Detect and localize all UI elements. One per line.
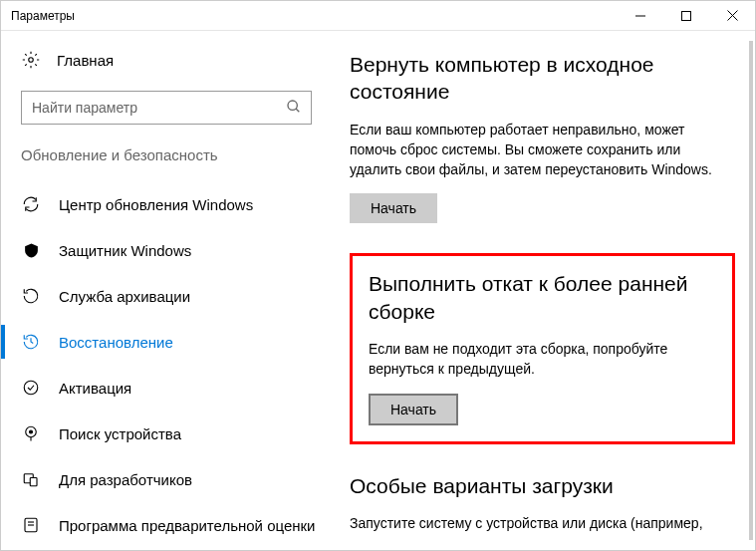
sidebar-item-update[interactable]: Центр обновления Windows xyxy=(21,181,330,227)
group-title: Обновление и безопасность xyxy=(21,146,330,163)
window-title: Параметры xyxy=(11,9,75,23)
main-panel: Вернуть компьютер в исходное состояние Е… xyxy=(330,31,755,550)
search-input[interactable] xyxy=(21,91,312,125)
sidebar-item-find-device[interactable]: Поиск устройства xyxy=(21,411,330,456)
search-icon xyxy=(286,99,302,115)
section-rollback-highlight: Выполнить откат к более ранней сборке Ес… xyxy=(350,253,735,443)
sidebar-item-label: Программа предварительной оценки xyxy=(59,517,315,534)
svg-rect-1 xyxy=(682,11,691,20)
sidebar-item-defender[interactable]: Защитник Windows xyxy=(21,227,330,273)
section-desc: Если вам не подходит эта сборка, попробу… xyxy=(369,339,716,380)
svg-point-9 xyxy=(30,430,33,433)
sidebar-item-insider[interactable]: Программа предварительной оценки xyxy=(21,502,330,548)
sidebar-item-label: Поиск устройства xyxy=(59,425,181,442)
sidebar-item-recovery[interactable]: Восстановление xyxy=(21,319,330,365)
window-controls xyxy=(618,1,755,31)
section-title: Вернуть компьютер в исходное состояние xyxy=(350,51,735,106)
sidebar-item-label: Центр обновления Windows xyxy=(59,196,253,213)
sidebar-item-label: Защитник Windows xyxy=(59,242,191,259)
section-advanced: Особые варианты загрузки Запустите систе… xyxy=(350,472,735,534)
close-button[interactable] xyxy=(709,1,755,31)
rollback-start-button[interactable]: Начать xyxy=(369,394,458,425)
sidebar-item-activation[interactable]: Активация xyxy=(21,365,330,411)
sidebar-item-backup[interactable]: Служба архивации xyxy=(21,273,330,319)
sidebar-item-label: Активация xyxy=(59,380,131,397)
location-icon xyxy=(21,424,41,442)
insider-icon xyxy=(21,516,41,534)
reset-start-button[interactable]: Начать xyxy=(350,193,437,223)
sidebar: Главная Обновление и безопасность Центр … xyxy=(1,31,330,550)
section-desc: Запустите систему с устройства или диска… xyxy=(350,513,735,533)
gear-icon xyxy=(21,51,41,69)
svg-point-5 xyxy=(288,101,297,110)
sync-icon xyxy=(21,195,41,213)
section-reset: Вернуть компьютер в исходное состояние Е… xyxy=(350,51,735,223)
sidebar-item-label: Служба архивации xyxy=(59,288,190,305)
sidebar-item-developers[interactable]: Для разработчиков xyxy=(21,456,330,502)
home-label: Главная xyxy=(57,52,114,69)
svg-rect-12 xyxy=(30,478,37,486)
section-title: Особые варианты загрузки xyxy=(350,472,735,499)
svg-line-6 xyxy=(296,109,299,112)
section-rollback: Выполнить откат к более ранней сборке Ес… xyxy=(369,270,716,424)
titlebar: Параметры xyxy=(1,1,755,31)
section-desc: Если ваш компьютер работает неправильно,… xyxy=(350,120,735,180)
maximize-button[interactable] xyxy=(663,1,709,31)
section-title: Выполнить откат к более ранней сборке xyxy=(369,270,716,325)
shield-icon xyxy=(21,242,41,259)
backup-icon xyxy=(21,287,41,305)
history-icon xyxy=(21,333,41,351)
sidebar-item-label: Восстановление xyxy=(59,334,173,351)
svg-point-4 xyxy=(29,58,34,63)
check-circle-icon xyxy=(21,379,41,397)
sidebar-item-label: Для разработчиков xyxy=(59,471,192,488)
scrollbar[interactable] xyxy=(749,41,753,540)
svg-point-7 xyxy=(24,381,38,395)
home-nav[interactable]: Главная xyxy=(21,51,330,69)
minimize-button[interactable] xyxy=(618,1,663,31)
devices-icon xyxy=(21,470,41,488)
search-wrap xyxy=(21,91,312,125)
